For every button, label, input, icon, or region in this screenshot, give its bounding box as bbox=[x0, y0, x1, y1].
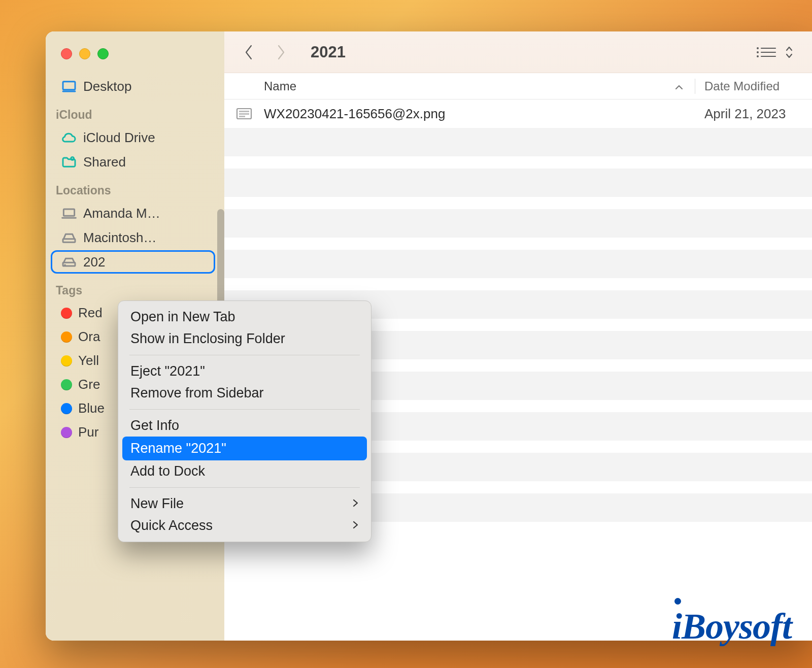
hdd-icon bbox=[61, 229, 77, 246]
sidebar-item-shared[interactable]: Shared bbox=[51, 150, 215, 174]
svg-point-8 bbox=[757, 51, 759, 53]
menu-rename[interactable]: Rename "2021" bbox=[122, 437, 367, 460]
svg-point-6 bbox=[757, 47, 759, 49]
menu-quick-access[interactable]: Quick Access bbox=[118, 515, 371, 537]
tag-dot-icon bbox=[61, 379, 72, 390]
menu-label: Quick Access bbox=[130, 518, 213, 533]
menu-open-new-tab[interactable]: Open in New Tab bbox=[118, 306, 371, 328]
menu-separator bbox=[129, 355, 360, 355]
window-title: 2021 bbox=[311, 43, 346, 61]
desktop-icon bbox=[61, 78, 77, 94]
svg-point-5 bbox=[64, 264, 66, 266]
svg-rect-3 bbox=[63, 209, 74, 216]
sidebar-item-label: Macintosh… bbox=[83, 230, 209, 246]
watermark-text: iBoysoft bbox=[672, 606, 792, 647]
sidebar-item-label: iCloud Drive bbox=[83, 130, 209, 146]
chevron-right-icon bbox=[352, 496, 359, 512]
file-name: WX20230421-165656@2x.png bbox=[264, 106, 695, 122]
toolbar: 2021 bbox=[224, 31, 812, 73]
svg-rect-14 bbox=[239, 113, 249, 115]
close-window-button[interactable] bbox=[61, 48, 72, 59]
view-mode-control[interactable] bbox=[755, 45, 794, 60]
menu-add-to-dock[interactable]: Add to Dock bbox=[118, 460, 371, 482]
chevron-right-icon bbox=[352, 518, 359, 533]
tag-dot-icon bbox=[61, 331, 72, 343]
tag-dot-icon bbox=[61, 355, 72, 366]
sidebar-item-label: Shared bbox=[83, 154, 209, 170]
menu-show-enclosing[interactable]: Show in Enclosing Folder bbox=[118, 328, 371, 350]
tag-dot-icon bbox=[61, 308, 72, 319]
menu-separator bbox=[129, 487, 360, 488]
chevron-up-down-icon bbox=[785, 45, 794, 60]
context-menu: Open in New Tab Show in Enclosing Folder… bbox=[118, 300, 371, 542]
nav-forward-button[interactable] bbox=[275, 43, 287, 62]
column-date-label: Date Modified bbox=[704, 79, 780, 93]
svg-rect-15 bbox=[239, 116, 245, 117]
file-row-empty bbox=[224, 128, 812, 156]
menu-remove-sidebar[interactable]: Remove from Sidebar bbox=[118, 382, 371, 404]
sidebar-item-label: Desktop bbox=[83, 79, 209, 94]
tag-dot-icon bbox=[61, 403, 72, 414]
menu-eject[interactable]: Eject "2021" bbox=[118, 360, 371, 382]
nav-back-button[interactable] bbox=[243, 43, 255, 62]
menu-new-file[interactable]: New File bbox=[118, 493, 371, 515]
sidebar-section-icloud: iCloud bbox=[46, 99, 219, 125]
file-row[interactable]: WX20230421-165656@2x.png April 21, 2023 bbox=[224, 99, 812, 128]
menu-separator bbox=[129, 409, 360, 410]
file-row-empty bbox=[224, 250, 812, 278]
sort-caret-icon bbox=[674, 79, 684, 93]
sidebar-section-tags: Tags bbox=[46, 275, 219, 300]
column-header: Name Date Modified bbox=[224, 73, 812, 99]
sidebar-item-icloud-drive[interactable]: iCloud Drive bbox=[51, 126, 215, 149]
minimize-window-button[interactable] bbox=[79, 48, 90, 59]
file-date: April 21, 2023 bbox=[695, 106, 812, 122]
column-name-label: Name bbox=[264, 79, 296, 93]
svg-rect-0 bbox=[63, 82, 75, 90]
tag-dot-icon bbox=[61, 427, 72, 438]
disk-image-icon bbox=[61, 254, 77, 270]
window-controls bbox=[46, 31, 224, 73]
fullscreen-window-button[interactable] bbox=[97, 48, 109, 59]
svg-rect-13 bbox=[239, 111, 249, 112]
sidebar-item-amanda[interactable]: Amanda M… bbox=[51, 202, 215, 225]
watermark-logo: iBoysoft bbox=[672, 606, 792, 648]
sidebar-item-desktop[interactable]: Desktop bbox=[51, 74, 215, 98]
sidebar-item-macintosh[interactable]: Macintosh… bbox=[51, 226, 215, 249]
menu-get-info[interactable]: Get Info bbox=[118, 415, 371, 437]
svg-point-10 bbox=[757, 55, 759, 57]
column-name[interactable]: Name bbox=[224, 79, 695, 93]
cloud-icon bbox=[61, 129, 77, 146]
laptop-icon bbox=[61, 205, 77, 221]
file-row-empty bbox=[224, 209, 812, 238]
menu-label: New File bbox=[130, 496, 184, 512]
file-icon bbox=[224, 107, 264, 120]
sidebar-item-label: Amanda M… bbox=[83, 206, 209, 221]
shared-folder-icon bbox=[61, 154, 77, 170]
nav-arrows bbox=[243, 43, 287, 62]
column-date-modified[interactable]: Date Modified bbox=[695, 79, 812, 93]
file-row-empty bbox=[224, 169, 812, 197]
sidebar-item-label: 202 bbox=[83, 254, 209, 270]
sidebar-section-locations: Locations bbox=[46, 175, 219, 201]
sidebar-item-2021[interactable]: 202 bbox=[51, 250, 215, 274]
